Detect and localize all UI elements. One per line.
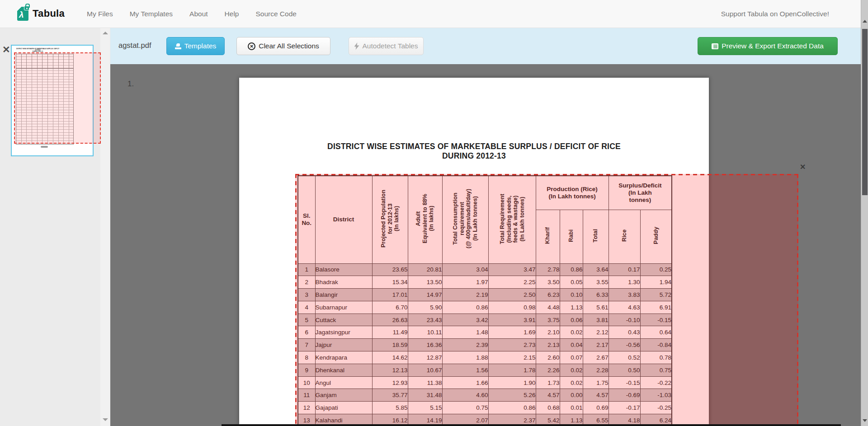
nav-item-source-code[interactable]: Source Code bbox=[255, 10, 296, 18]
nav-menu: My Files My Templates About Help Source … bbox=[87, 0, 297, 28]
scrollbar-thumb[interactable] bbox=[862, 29, 868, 195]
pdf-title-line2: DURING 2012-13 bbox=[239, 151, 709, 161]
thumbnail-title-text: DISTRICT WISE ESTIMATES OF MARKETABLE SU… bbox=[15, 48, 60, 52]
filename-label: agstat.pdf bbox=[118, 41, 151, 50]
pdf-title: DISTRICT WISE ESTIMATES OF MARKETABLE SU… bbox=[239, 142, 709, 161]
main-scrollbar[interactable] bbox=[861, 0, 868, 426]
scrollbar-down-icon[interactable] bbox=[863, 419, 867, 422]
templates-icon bbox=[175, 43, 181, 49]
export-button-label: Preview & Export Extracted Data bbox=[722, 42, 824, 50]
sidebar-scroll-track[interactable] bbox=[100, 28, 110, 426]
sidebar-scroll-up-icon[interactable] bbox=[103, 32, 108, 34]
preview-export-button[interactable]: Preview & Export Extracted Data bbox=[698, 37, 838, 55]
templates-button[interactable]: Templates bbox=[166, 37, 225, 55]
brand-title[interactable]: Tabula bbox=[33, 8, 65, 19]
scrollbar-up-icon[interactable] bbox=[863, 20, 867, 23]
clear-button-label: Clear All Selections bbox=[259, 42, 319, 50]
selection-border-left bbox=[295, 174, 297, 426]
tabula-logo-icon[interactable]: λ bbox=[17, 6, 30, 22]
autodetect-button-label: Autodetect Tables bbox=[363, 42, 418, 50]
support-link[interactable]: Support Tabula on OpenCollective! bbox=[721, 10, 829, 18]
nav-item-my-templates[interactable]: My Templates bbox=[130, 10, 173, 18]
nav-item-about[interactable]: About bbox=[189, 10, 208, 18]
selection-close-icon[interactable]: ✕ bbox=[800, 163, 806, 171]
thumbnail-page-footer-mark bbox=[41, 146, 48, 148]
selection-overlay[interactable] bbox=[295, 174, 798, 426]
page-marker: 1. bbox=[127, 80, 134, 89]
pdf-document-icon: λ bbox=[17, 7, 28, 21]
nav-item-my-files[interactable]: My Files bbox=[87, 10, 113, 18]
autodetect-tables-button[interactable]: Autodetect Tables bbox=[349, 37, 424, 55]
table-icon bbox=[712, 43, 718, 49]
selection-border-right bbox=[797, 174, 798, 426]
bottom-dark-strip bbox=[222, 424, 841, 426]
sidebar-scroll-down-icon[interactable] bbox=[103, 418, 108, 421]
thumbnail-selection[interactable] bbox=[14, 52, 101, 144]
lock-icon bbox=[24, 6, 29, 10]
nav-item-help[interactable]: Help bbox=[225, 10, 239, 18]
lightning-icon bbox=[354, 42, 359, 50]
selection-border-top bbox=[295, 174, 798, 175]
clear-all-selections-button[interactable]: ✕ Clear All Selections bbox=[236, 37, 330, 55]
pdf-title-line1: DISTRICT WISE ESTIMATES OF MARKETABLE SU… bbox=[239, 142, 709, 151]
templates-button-label: Templates bbox=[184, 42, 217, 50]
navbar: λ Tabula My Files My Templates About Hel… bbox=[0, 0, 868, 28]
thumbnail-close-icon[interactable]: ✕ bbox=[2, 44, 10, 55]
circle-x-icon: ✕ bbox=[248, 42, 255, 50]
